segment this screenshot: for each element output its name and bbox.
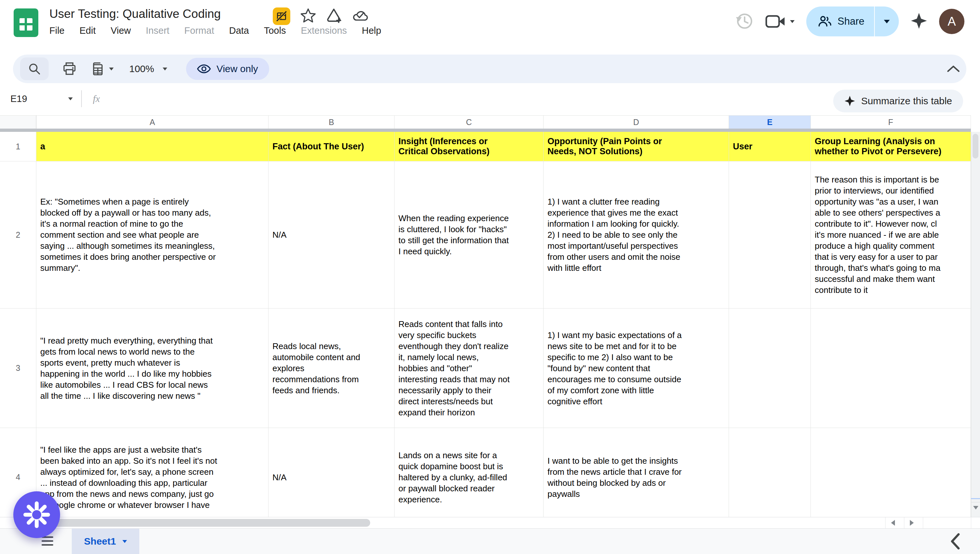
scroll-left-arrow-icon[interactable] [891, 520, 895, 526]
column-header-F[interactable]: F [811, 115, 971, 129]
cell-B2[interactable]: N/A [269, 161, 395, 309]
cell-C1[interactable]: Insight (Inferences or Critical Observat… [395, 132, 544, 161]
hscroll-divider [971, 517, 971, 529]
cell-B1[interactable]: Fact (About The User) [269, 132, 395, 161]
hscroll-divider [904, 517, 904, 529]
all-sheets-menu-icon[interactable] [41, 536, 53, 546]
cell-D2[interactable]: 1) I want a clutter free reading experie… [544, 161, 729, 309]
cell-C4[interactable]: Lands on a news site for a quick dopamin… [395, 428, 544, 517]
cell-F1[interactable]: Group Learning (Analysis on whether to P… [811, 132, 971, 161]
cell-F3[interactable] [811, 309, 971, 428]
column-header-A[interactable]: A [37, 115, 269, 129]
cell-C2[interactable]: When the reading experience is cluttered… [395, 161, 544, 309]
vertical-scrollbar-divider [971, 502, 980, 502]
cell-C3[interactable]: Reads content that falls into very speci… [395, 309, 544, 428]
cell-B4[interactable]: N/A [269, 428, 395, 517]
hscroll-divider [923, 517, 923, 529]
cell-A1[interactable]: a [37, 132, 269, 161]
vertical-scrollbar-accent [971, 498, 980, 499]
row-header-1[interactable]: 1 [0, 132, 37, 161]
scroll-right-arrow-icon[interactable] [910, 520, 914, 526]
column-header-C[interactable]: C [395, 115, 544, 129]
cell-E1[interactable]: User [729, 132, 811, 161]
column-header-B[interactable]: B [269, 115, 395, 129]
hscroll-divider [885, 517, 886, 529]
cell-F2[interactable]: The reason this is important is be prior… [811, 161, 971, 309]
sheet-tab-sheet1[interactable]: Sheet1 [72, 529, 139, 554]
sheet-tab-label: Sheet1 [84, 536, 116, 547]
cell-D4[interactable]: I want to be able to get the insights fr… [544, 428, 729, 517]
gemini-fab-button[interactable] [13, 491, 60, 538]
column-header-D[interactable]: D [544, 115, 729, 129]
cell-F4[interactable] [811, 428, 971, 517]
cell-A3[interactable]: "I read pretty much everything, everythi… [37, 309, 269, 428]
header-divider-band [0, 129, 971, 132]
row-header-2[interactable]: 2 [0, 161, 37, 309]
sheet-tab-bar [0, 529, 980, 554]
cell-E4[interactable] [729, 428, 811, 517]
sheet-tab-caret-icon [123, 540, 127, 543]
cell-D1[interactable]: Opportunity (Pain Points or Needs, NOT S… [544, 132, 729, 161]
cell-E3[interactable] [729, 309, 811, 428]
row-header-3[interactable]: 3 [0, 309, 37, 428]
vertical-scrollbar-thumb[interactable] [972, 134, 978, 158]
cell-A2[interactable]: Ex: "Sometimes when a page is entirely b… [37, 161, 269, 309]
spreadsheet-grid: A B C D E F 1 2 3 4 a Fact (About The Us… [0, 0, 980, 517]
burst-icon [22, 500, 51, 529]
scroll-down-arrow-icon[interactable] [973, 506, 978, 509]
google-sheets-window: User Testing: Qualitative Coding File Ed… [0, 0, 980, 554]
cell-B3[interactable]: Reads local news, automobile content and… [269, 309, 395, 428]
side-panel-collapse-chevron[interactable] [950, 533, 961, 551]
cell-D3[interactable]: 1) I want my basic expectations of a new… [544, 309, 729, 428]
vertical-scrollbar[interactable] [971, 132, 980, 517]
horizontal-scrollbar-thumb[interactable] [52, 519, 370, 527]
column-header-E[interactable]: E [729, 115, 811, 129]
cell-E2[interactable] [729, 161, 811, 309]
select-all-corner[interactable] [0, 115, 37, 129]
cell-A4[interactable]: "I feel like the apps are just a website… [37, 428, 269, 517]
